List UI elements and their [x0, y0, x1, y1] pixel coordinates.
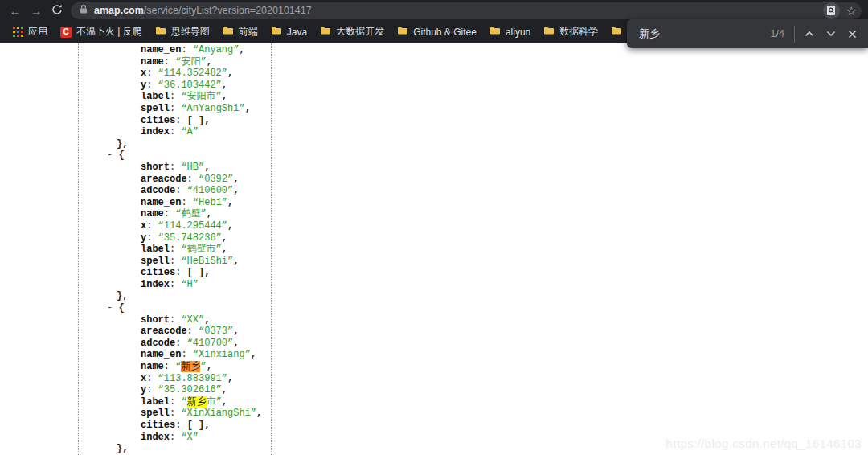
json-colon: : [146, 80, 158, 91]
json-line: short: “XX”, [78, 314, 262, 326]
bookmark-item[interactable]: 前端 [216, 23, 264, 41]
json-line: adcode: “410700”, [78, 338, 262, 350]
address-bar[interactable]: amap.com/service/cityList?version=202010… [71, 2, 862, 19]
json-key: label [141, 91, 170, 102]
json-line: x: “113.883991”, [78, 373, 262, 385]
bookmark-item[interactable]: 数据科学 [537, 23, 604, 41]
json-line: name_en: “Anyang”, [78, 44, 262, 56]
json-line: x: “114.352482”, [78, 68, 262, 80]
json-colon: : [146, 373, 158, 384]
json-line: short: “HB”, [78, 162, 262, 174]
bookmark-item[interactable]: 应用 [6, 23, 54, 41]
json-key: index [141, 279, 170, 290]
json-line: - { [78, 302, 262, 314]
json-key: name [141, 56, 164, 68]
json-value: “HB” [181, 162, 204, 173]
json-colon: : [181, 349, 192, 360]
json-key: adcode [141, 185, 175, 196]
json-key: cities [141, 267, 175, 278]
find-close-button[interactable] [841, 23, 863, 45]
json-value: “36.103442” [158, 80, 222, 91]
json-key: spell [141, 103, 170, 114]
json-value: 市” [207, 396, 222, 408]
json-key: short [141, 314, 170, 326]
json-value: “鹤壁市” [181, 244, 221, 255]
json-key: name_en [141, 349, 181, 360]
json-colon: : [170, 126, 181, 137]
folder-icon [489, 26, 501, 38]
json-colon: : [164, 208, 175, 219]
json-value: “410600” [187, 185, 234, 196]
json-punctuation: , [227, 68, 233, 79]
bookmark-label: aliyun [506, 27, 530, 38]
collapse-toggle[interactable]: - [107, 302, 118, 314]
find-bar-divider [794, 26, 795, 43]
json-viewer: name_en: “Anyang”,name: “安阳”,x: “114.352… [78, 44, 262, 455]
json-value: “0373” [199, 326, 233, 337]
json-colon: : [170, 408, 181, 419]
bookmark-label: 数据科学 [559, 25, 598, 39]
json-line: x: “114.295444”, [78, 220, 262, 232]
bookmark-item[interactable]: Github & Gitee [391, 23, 483, 40]
forward-icon: → [31, 4, 43, 18]
json-line: spell: “XinXiangShi”, [78, 408, 262, 420]
json-colon: : [170, 432, 181, 443]
forward-button[interactable]: → [26, 2, 47, 19]
bookmark-label: Java [287, 27, 307, 38]
json-punctuation: , [227, 197, 233, 208]
back-icon: ← [10, 4, 22, 18]
lock-icon[interactable] [79, 3, 88, 18]
folder-icon [155, 26, 166, 38]
json-line: spell: “AnYangShi”, [78, 103, 262, 115]
bookmark-item[interactable]: Java [264, 23, 313, 40]
json-key: spell [141, 256, 170, 267]
bookmark-label: 前端 [239, 25, 258, 39]
collapse-toggle[interactable]: - [107, 150, 118, 161]
json-punctuation: , [251, 349, 256, 360]
json-punctuation: , [227, 220, 233, 232]
json-key: areacode [141, 326, 187, 337]
json-value: “X” [181, 432, 199, 443]
json-line: - { [78, 150, 262, 162]
url-path: /service/cityList?version=2020101417 [144, 5, 312, 16]
find-bar: 新乡 1/4 [627, 19, 868, 48]
find-next-button[interactable] [820, 23, 841, 45]
chevron-down-icon [826, 31, 836, 37]
json-value: “XX” [181, 314, 204, 326]
json-colon: : [146, 220, 158, 232]
json-key: label [141, 244, 170, 255]
bookmark-star-icon[interactable]: ☆ [846, 5, 857, 17]
json-value: “XinXiangShi” [181, 408, 256, 419]
json-punctuation: , [233, 256, 239, 267]
json-colon: : [175, 185, 186, 196]
bookmark-item[interactable]: aliyun [483, 23, 537, 40]
json-key: name_en [141, 44, 181, 55]
json-line: }, [78, 443, 262, 455]
find-input[interactable]: 新乡 [639, 27, 771, 41]
bookmark-item[interactable]: 思维导图 [149, 23, 216, 41]
find-previous-button[interactable] [798, 23, 820, 45]
json-punctuation: , [204, 162, 210, 173]
json-colon: : [170, 314, 181, 326]
json-colon: : [146, 384, 158, 396]
json-punctuation: }, [117, 290, 128, 301]
json-line: name: “安阳”, [78, 56, 262, 68]
json-key: label [141, 396, 170, 408]
json-colon: : [175, 338, 186, 349]
bookmark-item[interactable]: 大数据开发 [313, 23, 391, 41]
json-key: index [141, 432, 170, 443]
json-key: short [141, 162, 170, 173]
folder-icon [543, 26, 555, 38]
bookmark-label: 思维导图 [171, 25, 210, 39]
json-line: cities: [ ], [78, 267, 262, 279]
bookmark-item[interactable]: C不温卜火 | 反爬 [54, 23, 149, 41]
json-punctuation: , [222, 80, 227, 91]
find-in-page-indicator-icon[interactable] [823, 2, 840, 19]
json-punctuation: , [222, 244, 227, 255]
json-line: label: “鹤壁市”, [78, 244, 262, 256]
json-line: }, [78, 138, 262, 150]
json-line: index: “X” [78, 432, 262, 444]
back-button[interactable]: ← [5, 2, 26, 19]
reload-button[interactable] [47, 2, 68, 19]
json-colon: : [170, 279, 181, 290]
